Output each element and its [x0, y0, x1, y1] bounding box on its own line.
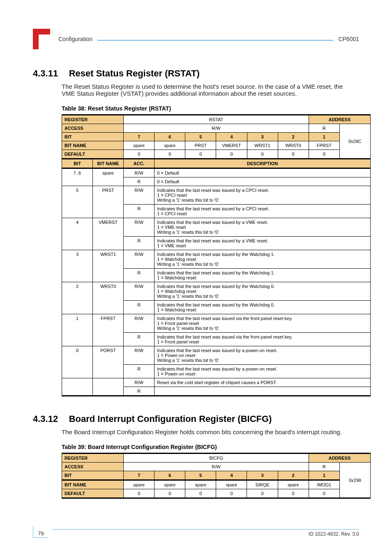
desc-cell: Reset via the cold start register of chi…: [154, 378, 371, 387]
default: 0: [309, 150, 339, 159]
section-title: Reset Status Register (RSTAT): [69, 68, 200, 78]
row-label: DEFAULT: [62, 489, 124, 498]
bit-cell: [62, 378, 93, 396]
bitname-cell: spare: [93, 168, 124, 186]
row-label: BIT: [62, 471, 124, 480]
bit-cell: 1: [62, 314, 93, 346]
table-row: 3 WRST1 R/W Indicates that the last rese…: [62, 250, 371, 269]
bit-col: 4: [216, 133, 247, 141]
acc-cell: R: [124, 269, 154, 282]
bit-col: 1: [309, 133, 339, 141]
bit-col: 5: [185, 133, 216, 141]
desc-cell: Indicates that the last reset was issued…: [154, 205, 371, 218]
bitname: IMOD1: [309, 480, 339, 489]
bicfg-table: REGISTER BICFG ADDRESS ACCESS R/W R 0x29…: [62, 453, 371, 499]
bitname: WRST1: [247, 141, 278, 150]
section-heading: 4.3.11 Reset Status Register (RSTAT): [33, 68, 359, 79]
section-intro: The Board Interrupt Configuration Regist…: [62, 428, 349, 435]
bit-col: 3: [247, 471, 278, 480]
bitname-cell: FPRST: [93, 314, 124, 346]
bit-col: 5: [185, 471, 216, 480]
default: 0: [278, 150, 309, 159]
desc-cell: Indicates that the last reset was issued…: [154, 282, 371, 301]
table-row: 2 WRST0 R/W Indicates that the last rese…: [62, 282, 371, 301]
bitname: spare: [154, 480, 185, 489]
bit-cell: 2: [62, 282, 93, 314]
row-label: ADDRESS: [309, 115, 370, 124]
acc-cell: R/W: [124, 250, 154, 269]
acc-cell: R/W: [124, 378, 154, 387]
acc-cell: R/W: [124, 346, 154, 365]
bit-col: 7: [124, 133, 154, 141]
section-intro: The Reset Status Register is used to det…: [62, 83, 349, 97]
acc-cell: R/W: [124, 282, 154, 301]
row-label: DEFAULT: [62, 150, 124, 159]
address-value: 0x28C: [339, 124, 370, 159]
page-header: Configuration CP6001: [33, 29, 359, 49]
page-footer: 78 ID 1022-4832, Rev. 3.0: [33, 529, 359, 537]
desc-cell: Indicates that the last reset was issued…: [154, 269, 371, 282]
default: 0: [216, 489, 247, 498]
col-bitname: BIT NAME: [93, 159, 124, 168]
table-row: R/W Reset via the cold start register of…: [62, 378, 371, 387]
table-row: 7..6 spare R/W 0 = Default: [62, 168, 371, 177]
bitname: SIRQE: [247, 480, 278, 489]
desc-cell: Indicates that the last reset was issued…: [154, 250, 371, 269]
acc-cell: R: [124, 237, 154, 250]
bitname-cell: [93, 378, 124, 396]
desc-cell: Indicates that the last reset was issued…: [154, 301, 371, 314]
col-acc: ACC.: [124, 159, 154, 168]
default: 0: [309, 489, 339, 498]
desc-cell: Indicates that the last reset was issued…: [154, 237, 371, 250]
acc-cell: R: [124, 333, 154, 346]
acc-cell: R/W: [124, 314, 154, 333]
table-row: 0 PORST R/W Indicates that the last rese…: [62, 346, 371, 365]
default: 0: [185, 150, 216, 159]
table-row: 5 PRST R/W Indicates that the last reset…: [62, 186, 371, 205]
default: 0: [216, 150, 247, 159]
access-value: R/W: [124, 463, 309, 471]
section-number: 4.3.12: [33, 414, 58, 424]
bit-col: 6: [154, 471, 185, 480]
page-number: 78: [33, 526, 48, 538]
desc-cell: Indicates that the last reset was issued…: [154, 333, 371, 346]
acc-cell: R: [124, 177, 154, 186]
table-row: 4 VMERST R/W Indicates that the last res…: [62, 218, 371, 237]
bitname: spare: [185, 480, 216, 489]
bit-cell: 5: [62, 186, 93, 218]
bit-col: 1: [309, 471, 339, 480]
default: 0: [247, 150, 278, 159]
default: 0: [185, 489, 216, 498]
desc-cell: [154, 387, 371, 396]
brand-logo: [33, 29, 50, 49]
bitname: WRST0: [278, 141, 309, 150]
bit-cell: 4: [62, 218, 93, 250]
default: 0: [154, 150, 185, 159]
acc-cell: R: [124, 205, 154, 218]
col-desc: DESCRIPTION: [154, 159, 371, 168]
bit-col: 2: [278, 471, 309, 480]
default: 0: [154, 489, 185, 498]
row-label: BIT NAME: [62, 141, 124, 150]
row-label: BIT NAME: [62, 480, 124, 489]
desc-cell: Indicates that the last reset was issued…: [154, 186, 371, 205]
bitname: spare: [124, 141, 154, 150]
bitname-cell: VMERST: [93, 218, 124, 250]
default: 0: [278, 489, 309, 498]
bit-col: 3: [247, 133, 278, 141]
bitname: VMERST: [216, 141, 247, 150]
doc-id: ID 1022-4832, Rev. 3.0: [309, 531, 359, 537]
default: 0: [124, 489, 154, 498]
row-label: BIT: [62, 133, 124, 141]
acc-cell: R: [124, 301, 154, 314]
desc-cell: 0 = Default: [154, 177, 371, 186]
register-name: RSTAT: [124, 115, 309, 124]
row-label: ACCESS: [62, 463, 124, 471]
acc-cell: R: [124, 365, 154, 378]
bit-col: 7: [124, 471, 154, 480]
row-label: REGISTER: [62, 454, 124, 463]
bitname: spare: [216, 480, 247, 489]
address-value: 0x298: [339, 463, 370, 498]
table-caption: Table 39: Board Interrupt Configuration …: [62, 444, 359, 450]
bit-cell: 0: [62, 346, 93, 378]
